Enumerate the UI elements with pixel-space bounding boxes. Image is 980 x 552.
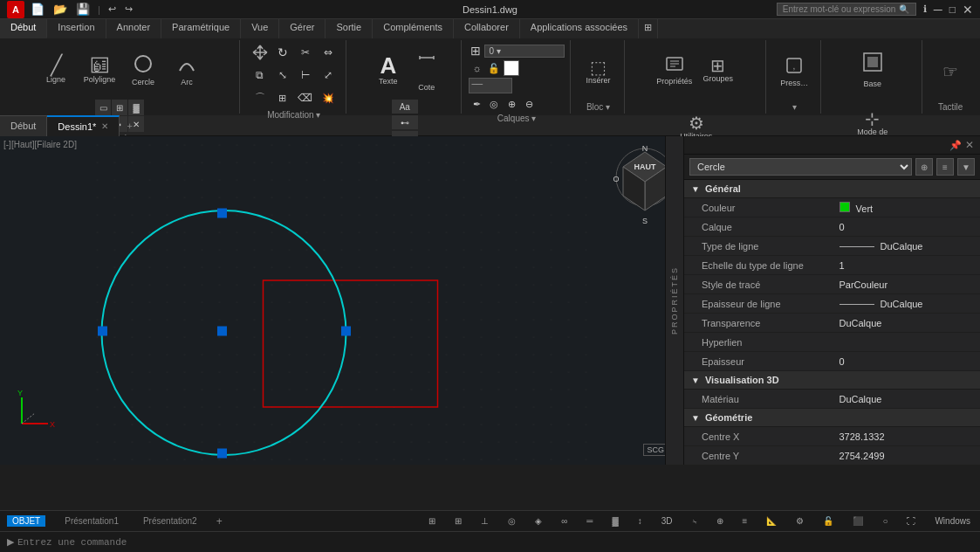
3dosnap-btn[interactable]: 3D [659, 515, 675, 527]
minimize-btn[interactable]: ─ [934, 3, 942, 17]
tab-debut-doc[interactable]: Début [0, 115, 47, 136]
lock-btn[interactable]: 🔓 [486, 60, 502, 76]
drawing-canvas[interactable] [0, 136, 683, 465]
save-btn[interactable]: 💾 [73, 2, 93, 17]
new-tab-btn[interactable]: + [120, 117, 139, 135]
isolate-btn[interactable]: ○ [880, 515, 890, 527]
grid-btn[interactable]: ⊞ [452, 515, 464, 527]
dynin-btn[interactable]: ⊕ [714, 515, 726, 527]
tab-collaborer[interactable]: Collaborer [454, 19, 520, 38]
quickprop-btn[interactable]: ≡ [740, 515, 750, 527]
panel-pin-btn[interactable]: 📌 [949, 138, 963, 152]
tab-close-btn[interactable]: ✕ [101, 121, 108, 131]
calque-extra-btn[interactable]: ⊕ [504, 96, 519, 112]
maximize-btn[interactable]: □ [949, 3, 956, 16]
section-visu3d[interactable]: ▼ Visualisation 3D [684, 371, 980, 390]
rotate-btn[interactable]: ↻ [272, 42, 293, 63]
mirror-btn[interactable]: ⇔ [318, 42, 339, 63]
new-btn[interactable]: 📄 [28, 2, 47, 17]
command-input[interactable] [17, 537, 973, 548]
entity-type-select[interactable]: Cercle [689, 158, 912, 176]
open-btn[interactable]: 📂 [51, 2, 70, 17]
tab-insertion[interactable]: Insertion [47, 19, 106, 38]
workspace-btn[interactable]: ⚙ [793, 515, 806, 527]
tab-annoter[interactable]: Annoter [106, 19, 162, 38]
redo-btn[interactable]: ↪ [122, 3, 135, 16]
scale-btn[interactable]: ⤡ [272, 65, 293, 86]
app-logo[interactable]: A [7, 1, 24, 18]
presentation1-tab[interactable]: Présentation1 [59, 515, 124, 527]
match-prop-btn[interactable]: ✒ [469, 96, 484, 112]
canvas-area[interactable]: [-][Haut][Filaire 2D] HAUT N S E [0, 136, 683, 465]
taskbar-items[interactable]: Windows [932, 515, 973, 527]
lock-ui-btn[interactable]: 🔓 [820, 515, 836, 527]
prop-pick-btn[interactable]: ⊕ [915, 158, 933, 176]
osnap-btn[interactable]: ◈ [532, 515, 545, 527]
calque-dropdown[interactable]: 0 ▾ [484, 45, 564, 58]
tab-extra[interactable]: ⊞ [639, 19, 658, 38]
stretch-btn[interactable]: ⤢ [318, 65, 339, 86]
section-general[interactable]: ▼ Général [684, 180, 980, 198]
tab-debut[interactable]: Début [0, 19, 47, 38]
proprietes-btn[interactable]: Propriétés [654, 42, 696, 98]
tab-parametrique[interactable]: Paramétrique [161, 19, 241, 38]
ligne-btn[interactable]: ╱ Ligne [35, 42, 77, 98]
tab-applications[interactable]: Applications associées [520, 19, 639, 38]
gradient-btn[interactable]: ▓ [128, 100, 144, 115]
tactile-btn[interactable]: ☞ [929, 44, 971, 100]
fullscreen-btn[interactable]: ⛶ [904, 515, 918, 527]
dynucs-btn[interactable]: ⍀ [689, 515, 700, 527]
texte-btn[interactable]: A Texte [367, 42, 409, 98]
extend-btn[interactable]: ⊢ [295, 65, 316, 86]
prop-list-btn[interactable]: ≡ [936, 158, 954, 176]
prop-filter-btn[interactable]: ▼ [957, 158, 975, 176]
prop-scroll-area[interactable]: ▼ Général Couleur Vert Calque 0 Type de … [684, 180, 980, 465]
tab-gerer[interactable]: Gérer [279, 19, 326, 38]
move-btn[interactable] [250, 42, 271, 63]
search-box[interactable]: Entrez mot-clé ou expression 🔍 [777, 3, 916, 16]
fillet-btn[interactable]: ⌒ [250, 87, 271, 108]
array-btn[interactable]: ⊞ [272, 87, 293, 108]
base-btn[interactable]: Base [851, 42, 894, 98]
arc-btn[interactable]: Arc [166, 42, 208, 98]
selectcycle-btn[interactable]: ↕ [635, 515, 645, 527]
freeze-btn[interactable]: ☼ [469, 60, 484, 76]
panel-collapse-bar[interactable]: PROPRIÉTÉS [665, 136, 684, 465]
inserer-btn[interactable]: ⬚ Insérer [578, 44, 620, 100]
cercle-btn[interactable]: Cercle [122, 42, 164, 98]
close-btn[interactable]: ✕ [963, 3, 973, 17]
tab-vue[interactable]: Vue [241, 19, 279, 38]
polar-btn[interactable]: ◎ [505, 515, 518, 527]
section-geometrie[interactable]: ▼ Géométrie [684, 409, 980, 427]
cote-btn[interactable]: Cote [411, 42, 442, 98]
polyligne-btn[interactable]: 🗟 Polyligne [79, 42, 120, 98]
rect-btn[interactable]: ▭ [95, 100, 111, 115]
panel-close-btn[interactable]: ✕ [963, 138, 977, 152]
linetype-btn[interactable]: ── [469, 78, 512, 93]
tab-complements[interactable]: Compléments [373, 19, 454, 38]
undo-btn[interactable]: ↩ [106, 3, 119, 16]
ortho-btn[interactable]: ⊥ [478, 515, 491, 527]
hardware-acc-btn[interactable]: ⬛ [850, 515, 866, 527]
trim-btn[interactable]: ✂ [295, 42, 316, 63]
presentation2-tab[interactable]: Présentation2 [138, 515, 202, 527]
tab-sortie[interactable]: Sortie [326, 19, 373, 38]
erase-btn[interactable]: ⌫ [295, 87, 316, 108]
press-btn[interactable]: , Press… [773, 44, 815, 100]
tab-dessin1[interactable]: Dessin1* ✕ [47, 115, 120, 136]
lineweight-btn[interactable]: ═ [584, 515, 595, 527]
isolate-btn[interactable]: ◎ [486, 96, 502, 112]
otrack-btn[interactable]: ∞ [559, 515, 570, 527]
calque-properties-btn[interactable]: ⊞ [469, 42, 483, 59]
copy-btn[interactable]: ⧉ [250, 65, 271, 86]
transparency-btn[interactable]: ▓ [609, 515, 620, 527]
style-cote-btn[interactable]: ⊷ [392, 115, 418, 129]
anno-monitor-btn[interactable]: 📐 [764, 515, 779, 527]
explode-btn[interactable]: 💥 [318, 87, 339, 108]
groupes-btn[interactable]: ⊞ Groupes [697, 42, 739, 98]
hatch-btn[interactable]: ⊞ [112, 100, 127, 115]
add-layout-btn[interactable]: + [216, 515, 223, 528]
snap-btn[interactable]: ⊞ [426, 515, 438, 527]
style-texte-btn[interactable]: Aa [392, 100, 418, 114]
color-calque-btn[interactable] [504, 60, 519, 76]
